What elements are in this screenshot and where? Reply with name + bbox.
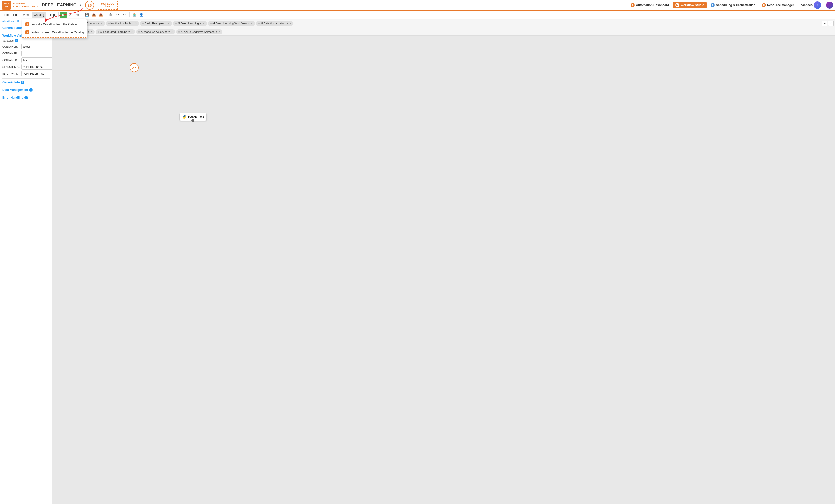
publish-workflow-item[interactable]: ⬆ Publish current Workflow to the Catalo…	[22, 28, 87, 36]
menu-bar: File Edit View Catalog Help ▶ ✓ ▦ 💾 📥 📤 …	[0, 11, 835, 19]
tab-aifed-arrow[interactable]: ▼	[128, 31, 130, 33]
tabs-more-btn[interactable]: ✕	[828, 21, 834, 26]
tab-ai-federated[interactable]: Ai Federated Learning ▼ ✕	[96, 29, 135, 34]
menu-help[interactable]: Help	[47, 12, 57, 18]
tab-controls-close[interactable]: ✕	[101, 22, 103, 25]
tab-notification-tools[interactable]: Notification Tools ▼ ✕	[106, 21, 139, 26]
var-name-0: CONTAINER_PLAT	[2, 45, 20, 48]
menu-edit[interactable]: Edit	[11, 12, 20, 18]
catalog-dropdown: ⬇ Import a Workflow from the Catalog ⬆ P…	[22, 19, 87, 38]
svg-rect-0	[3, 1, 10, 9]
tab-basic-close[interactable]: ✕	[168, 22, 170, 25]
menu-catalog[interactable]: Catalog	[32, 12, 46, 18]
breadcrumb-workflows[interactable]: Workflows	[2, 20, 15, 23]
var-input-4[interactable]	[21, 71, 52, 76]
tab-ai-deep-learning[interactable]: AI Deep Learning ▼ ✕	[173, 21, 207, 26]
tab-ai-data-viz[interactable]: Ai Data Visualization ▼ ✕	[256, 21, 293, 26]
generic-info-icon: i	[21, 81, 24, 84]
automation-dashboard-btn[interactable]: ⚙ Automation Dashboard	[628, 2, 671, 8]
step-27-badge: 27	[129, 63, 139, 72]
tab-ai-deep-learning-workflows[interactable]: AI Deep Learning Workflows ▼ ✕	[208, 21, 255, 26]
tab-aidlw-arrow[interactable]: ▼	[248, 22, 250, 25]
user-avatar: P	[814, 1, 821, 9]
data-management-section: Data Management i	[2, 88, 49, 92]
save-btn[interactable]: 💾	[84, 12, 90, 18]
tab-notif-close[interactable]: ✕	[135, 22, 137, 25]
user-mgmt-btn[interactable]: 👤	[138, 12, 145, 18]
generic-info-title[interactable]: Generic Info i	[2, 81, 49, 84]
validate-btn[interactable]: ✓	[67, 12, 74, 18]
tab-aidl-arrow[interactable]: ▼	[200, 22, 202, 25]
workflow-vars-section: Workflow Variables i Variables i CONTAIN…	[2, 34, 49, 76]
delete-btn[interactable]: 🗑	[107, 12, 114, 18]
logo-area: Active EON ACTIVEEON SCALE BEYOND LIMITS	[2, 1, 38, 10]
data-management-title[interactable]: Data Management i	[2, 88, 49, 92]
tab-notif-arrow[interactable]: ▼	[132, 22, 134, 25]
publish-icon: ⬆	[25, 31, 29, 34]
undo-btn[interactable]: ↩	[115, 12, 121, 18]
workflow-icon: ▶	[675, 3, 679, 7]
export-btn[interactable]: 📤	[98, 12, 104, 18]
avatar-icon	[826, 2, 833, 9]
scheduling-btn[interactable]: ⚙ Scheduling & Orchestration	[708, 2, 758, 8]
generic-info-section: Generic Info i	[2, 81, 49, 84]
menu-separator-2	[82, 13, 82, 17]
tabs-row-1: ≡ Tasks ▼ ✕ Controls ▼ ✕ Notification To…	[52, 19, 835, 28]
workflow-studio-btn[interactable]: ▶ Workflow Studio	[673, 2, 707, 8]
error-handling-section: Error Handling i	[2, 96, 49, 99]
tab-aidlw-close[interactable]: ✕	[251, 22, 253, 25]
var-row-0: CONTAINER_PLAT ✕	[2, 44, 49, 49]
tab-basic-examples[interactable]: Basic Examples ▼ ✕	[140, 21, 172, 26]
var-name-1: CONTAINER_IMAG	[2, 52, 20, 55]
logo-placeholder: Your LOGO here	[98, 1, 118, 10]
var-input-0[interactable]	[21, 44, 52, 49]
user-button[interactable]: pacheco P	[798, 0, 823, 10]
main-area: Workflows / P... General Parameters i Wo…	[0, 19, 835, 504]
var-input-2[interactable]	[21, 57, 52, 63]
import-btn[interactable]: 📥	[91, 12, 97, 18]
resource-icon: ⚙	[762, 3, 766, 7]
var-row-2: CONTAINER_GPU ✕	[2, 57, 49, 63]
tab-aiazure-close[interactable]: ✕	[218, 30, 220, 34]
resource-manager-btn[interactable]: ⚙ Resource Manager	[759, 2, 796, 8]
workflow-canvas[interactable]: 27 Python_Task	[52, 36, 835, 504]
sidebar: Workflows / P... General Parameters i Wo…	[0, 19, 52, 504]
tab-aifed-close[interactable]: ✕	[131, 30, 133, 34]
var-input-3[interactable]	[21, 64, 52, 69]
tab-aidl-close[interactable]: ✕	[203, 22, 205, 25]
import-workflow-item[interactable]: ⬇ Import a Workflow from the Catalog	[22, 20, 87, 28]
tab-aidv-close[interactable]: ✕	[289, 22, 291, 25]
scheduling-icon: ⚙	[711, 3, 715, 7]
tab-aimodel-close[interactable]: ✕	[171, 30, 173, 34]
var-row-3: SEARCH_SPACE ✕	[2, 64, 49, 69]
run-btn[interactable]: ▶	[60, 12, 66, 18]
tabs-add-btn[interactable]: +	[822, 21, 827, 26]
menu-separator-3	[106, 13, 106, 17]
error-handling-title[interactable]: Error Handling i	[2, 96, 49, 99]
tab-aiauto-arrow[interactable]: ▼	[87, 31, 90, 33]
python-task-node[interactable]: Python_Task	[180, 113, 207, 121]
tab-aidv-arrow[interactable]: ▼	[286, 22, 288, 25]
tab-controls-arrow[interactable]: ▼	[98, 22, 100, 25]
breadcrumb-current: P...	[17, 20, 21, 23]
title-dropdown-arrow[interactable]: ▼	[79, 4, 82, 7]
tab-aiazure-arrow[interactable]: ▼	[215, 31, 217, 33]
tab-ai-model-service[interactable]: Ai Model As A Service ▼ ✕	[136, 29, 175, 34]
task-node-label: Python_Task	[188, 115, 204, 118]
canvas-area: ≡ Tasks ▼ ✕ Controls ▼ ✕ Notification To…	[52, 19, 835, 504]
var-name-2: CONTAINER_GPU	[2, 59, 20, 62]
catalog-btn[interactable]: 🏪	[131, 12, 138, 18]
schedule-btn[interactable]: ▦	[74, 12, 81, 18]
tab-ai-azure[interactable]: Ai Azure Cognitive Services ▼ ✕	[176, 29, 222, 34]
svg-text:EON: EON	[5, 5, 8, 7]
tab-basic-arrow[interactable]: ▼	[165, 22, 167, 25]
menu-file[interactable]: File	[2, 12, 11, 18]
menu-view[interactable]: View	[21, 12, 32, 18]
var-input-1[interactable]	[21, 51, 52, 56]
var-name-3: SEARCH_SPACE	[2, 65, 20, 68]
variables-label: Variables i	[2, 39, 49, 42]
tab-aiauto-close[interactable]: ✕	[90, 30, 93, 34]
redo-btn[interactable]: ↪	[121, 12, 128, 18]
tab-aimodel-arrow[interactable]: ▼	[168, 31, 170, 33]
var-row-1: CONTAINER_IMAG ✕	[2, 51, 49, 56]
